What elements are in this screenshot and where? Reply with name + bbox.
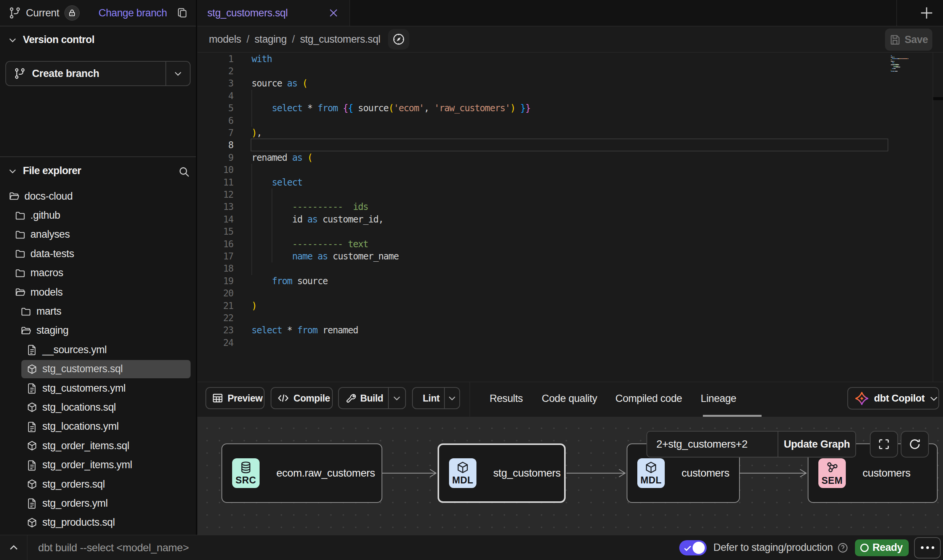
file-item-data-tests[interactable]: data-tests [0, 244, 196, 263]
code-line-4[interactable]: 4 [197, 90, 943, 102]
preview-button[interactable]: Preview [205, 387, 265, 409]
model-icon [26, 401, 38, 414]
new-tab-button[interactable] [918, 4, 935, 22]
line-number: 7 [197, 127, 233, 139]
file-item-staging[interactable]: staging [0, 321, 196, 340]
search-icon[interactable] [178, 165, 191, 178]
more-options-button[interactable] [914, 537, 941, 558]
folder-icon [14, 247, 26, 260]
fullscreen-button[interactable] [870, 431, 898, 458]
file-item-stg-orders-yml[interactable]: stg_orders.yml [0, 494, 196, 513]
code-line-11[interactable]: 11 select [197, 176, 943, 189]
code-line-5[interactable]: 5 select * from {{ source('ecom', 'raw_c… [197, 102, 943, 114]
code-line-2[interactable]: 2 [197, 65, 943, 77]
file-item-stg-locations-sql[interactable]: stg_locations.sql [0, 398, 196, 417]
code-line-1[interactable]: 1with [197, 53, 943, 65]
code-line-12[interactable]: 12 [197, 189, 943, 201]
defer-toggle[interactable] [679, 540, 707, 555]
minimap[interactable] [891, 55, 933, 72]
line-number: 18 [197, 262, 233, 275]
code-line-20[interactable]: 20 [197, 287, 943, 299]
lineage-filter-value: 2+stg_customers+2 [656, 438, 747, 450]
copilot-compass-icon[interactable] [388, 29, 409, 50]
update-graph-button[interactable]: Update Graph [778, 431, 856, 458]
lineage-node-stg-customers[interactable]: MDLstg_customers [438, 443, 566, 503]
folder-icon [14, 267, 26, 280]
code-line-16[interactable]: 16 ---------- text [197, 238, 943, 250]
code-line-9[interactable]: 9renamed as ( [197, 152, 943, 164]
create-branch-dropdown[interactable] [165, 62, 190, 85]
file-item-macros[interactable]: macros [0, 264, 196, 283]
change-branch-link[interactable]: Change branch [99, 7, 167, 19]
share-badge: SEM [818, 458, 846, 488]
lineage-panel[interactable]: SRCecom.raw_customersMDLstg_customersMDL… [197, 417, 943, 535]
folder-open-icon [20, 324, 32, 337]
lineage-node-ecom-raw-customers[interactable]: SRCecom.raw_customers [221, 443, 382, 503]
code-line-22[interactable]: 22 [197, 312, 943, 324]
build-dropdown[interactable] [388, 388, 406, 408]
code-line-7[interactable]: 7), [197, 127, 943, 139]
dbt-copilot-button[interactable]: dbt Copilot [847, 387, 939, 410]
code-line-17[interactable]: 17 name as customer_name [197, 250, 943, 262]
lint-label: Lint [423, 393, 439, 404]
file-item-stg-orders-sql[interactable]: stg_orders.sql [0, 475, 196, 494]
node-label: stg_customers [493, 467, 561, 479]
file-name: stg_locations.yml [42, 421, 119, 432]
minimap-line [891, 72, 933, 72]
sidebar: Current Change branch Version control [0, 0, 197, 535]
file-item-stg-customers-sql[interactable]: stg_customers.sql [0, 360, 196, 379]
save-button[interactable]: Save [885, 29, 932, 51]
tab-lineage[interactable]: Lineage [661, 382, 776, 415]
chevron-down-icon[interactable] [8, 166, 18, 176]
code-line-13[interactable]: 13 ---------- ids [197, 201, 943, 213]
tab-stg-customers-sql[interactable]: stg_customers.sql [197, 0, 350, 26]
file-explorer-title: File explorer [23, 165, 81, 177]
cursor-line-box [251, 139, 888, 151]
code-line-15[interactable]: 15 [197, 226, 943, 238]
code-line-14[interactable]: 14 id as customer_id, [197, 213, 943, 226]
file-item-stg-order-items-sql[interactable]: stg_order_items.sql [0, 436, 196, 455]
help-icon[interactable] [837, 542, 849, 554]
line-number: 9 [197, 152, 233, 164]
code-line-3[interactable]: 3source as ( [197, 77, 943, 90]
lineage-filter-input[interactable]: 2+stg_customers+2 [646, 431, 778, 458]
code-line-24[interactable]: 24 [197, 337, 943, 349]
code-editor[interactable]: 1with23source as (45 select * from {{ so… [197, 53, 943, 382]
code-line-21[interactable]: 21) [197, 300, 943, 312]
build-button[interactable]: Build [338, 387, 406, 409]
file-item-stg-locations-yml[interactable]: stg_locations.yml [0, 417, 196, 436]
compile-button[interactable]: Compile [271, 387, 333, 409]
code-line-23[interactable]: 23select * from renamed [197, 324, 943, 336]
doc-icon [26, 343, 38, 356]
close-tab-icon[interactable] [326, 5, 341, 21]
file-item-stg-customers-yml[interactable]: stg_customers.yml [0, 379, 196, 398]
line-number: 16 [197, 238, 233, 250]
dbt-command-input[interactable]: dbt build --select <model_name> [38, 535, 189, 560]
file-item-marts[interactable]: marts [0, 302, 196, 321]
file-item-models[interactable]: models [0, 283, 196, 302]
breadcrumb-models[interactable]: models [209, 34, 241, 45]
code-line-18[interactable]: 18 [197, 262, 943, 275]
file-name: analyses [30, 229, 70, 240]
file-item-stg-order-items-yml[interactable]: stg_order_items.yml [0, 455, 196, 474]
collapse-panel-button[interactable] [0, 535, 27, 560]
check-icon [683, 544, 692, 553]
chevron-down-icon[interactable] [8, 35, 18, 45]
file-item--sources-yml[interactable]: __sources.yml [0, 340, 196, 359]
dbt-copilot-label: dbt Copilot [874, 392, 925, 404]
copy-branch-icon[interactable] [175, 5, 190, 21]
code-line-19[interactable]: 19 from source [197, 275, 943, 287]
code-icon [277, 392, 290, 405]
file-item--github[interactable]: .github [0, 206, 196, 225]
code-line-6[interactable]: 6 [197, 115, 943, 127]
file-name: stg_orders.yml [42, 498, 107, 509]
code-line-10[interactable]: 10 [197, 164, 943, 176]
file-item-docs-cloud[interactable]: docs-cloud [0, 187, 196, 206]
file-item-analyses[interactable]: analyses [0, 225, 196, 244]
line-number: 21 [197, 300, 233, 312]
breadcrumb-staging[interactable]: staging [255, 34, 287, 45]
refresh-button[interactable] [901, 431, 929, 458]
file-item-stg-products-sql[interactable]: stg_products.sql [0, 513, 196, 532]
create-branch-button[interactable]: Create branch [5, 61, 191, 86]
doc-icon [26, 497, 38, 510]
